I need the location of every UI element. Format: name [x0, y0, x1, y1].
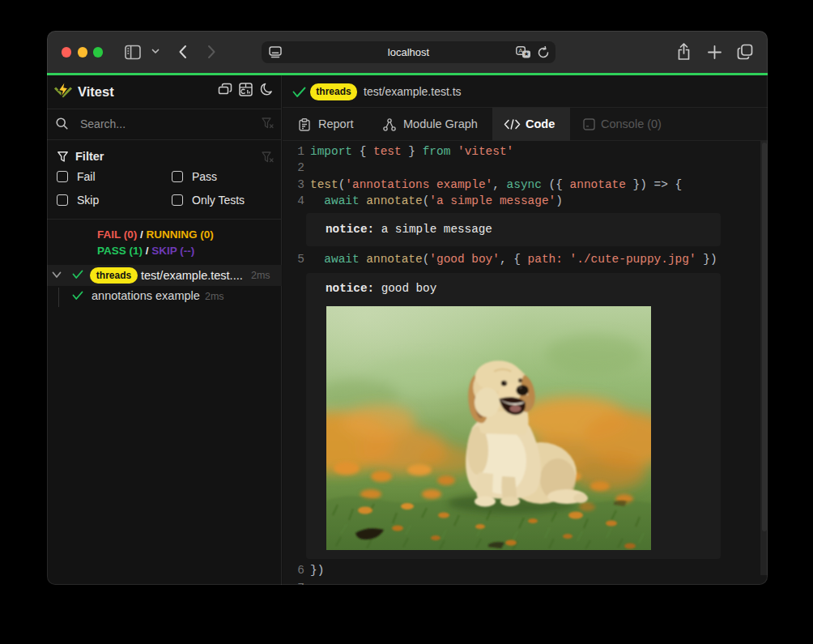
svg-text:A: A — [518, 47, 523, 54]
svg-text:★: ★ — [524, 50, 530, 58]
